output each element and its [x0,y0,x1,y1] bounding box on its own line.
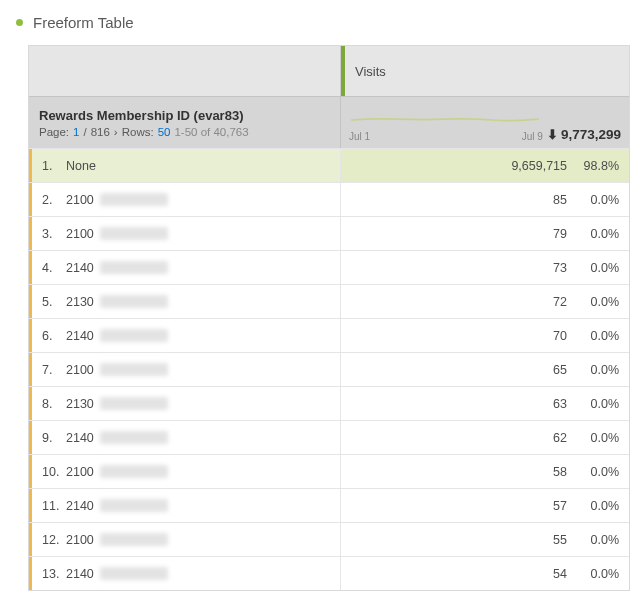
dimension-cell: 7.2100 [29,353,341,386]
metric-cell: 540.0% [341,557,629,590]
dimension-cell: 3.2100 [29,217,341,250]
obfuscated-text [100,295,168,308]
table-row[interactable]: 3.2100790.0% [29,216,629,250]
table-row[interactable]: 8.2130630.0% [29,386,629,420]
page-current[interactable]: 1 [73,126,79,138]
chevron-right-icon[interactable]: › [114,126,118,138]
date-start: Jul 1 [349,131,370,142]
dimension-cell: 4.2140 [29,251,341,284]
data-rows: 1.None9,659,71598.8%2.2100850.0%3.210079… [29,148,629,590]
metric-cell: 550.0% [341,523,629,556]
metric-percent: 0.0% [581,295,619,309]
dimension-value: 2140 [66,567,94,581]
table-row[interactable]: 6.2140700.0% [29,318,629,352]
row-number: 1. [42,159,60,173]
metric-percent: 0.0% [581,227,619,241]
metric-header[interactable]: Visits [341,46,629,96]
metric-cell: 720.0% [341,285,629,318]
metric-total: ⬇ 9,773,299 [547,127,621,142]
obfuscated-text [100,431,168,444]
table-row[interactable]: 4.2140730.0% [29,250,629,284]
metric-cell: 790.0% [341,217,629,250]
table-row[interactable]: 2.2100850.0% [29,182,629,216]
dimension-value: 2140 [66,499,94,513]
obfuscated-text [100,465,168,478]
dimension-cell: 9.2140 [29,421,341,454]
table-row[interactable]: 11.2140570.0% [29,488,629,522]
sparkline [351,111,539,121]
row-number: 8. [42,397,60,411]
metric-cell: 580.0% [341,455,629,488]
row-number: 5. [42,295,60,309]
table-row[interactable]: 13.2140540.0% [29,556,629,590]
row-number: 9. [42,431,60,445]
metric-value: 55 [553,533,567,547]
metric-percent: 0.0% [581,261,619,275]
metric-value: 65 [553,363,567,377]
metric-value: 9,659,715 [511,159,567,173]
dimension-cell: 8.2130 [29,387,341,420]
dimension-title: Rewards Membership ID (evar83) [39,108,330,123]
dimension-value: 2100 [66,227,94,241]
dimension-value: 2140 [66,431,94,445]
metric-value: 70 [553,329,567,343]
dimension-cell: 12.2100 [29,523,341,556]
metric-value: 54 [553,567,567,581]
row-number: 11. [42,499,60,513]
row-number: 6. [42,329,60,343]
dimension-value: None [66,159,96,173]
dimension-cell: 2.2100 [29,183,341,216]
obfuscated-text [100,567,168,580]
metric-percent: 0.0% [581,431,619,445]
row-number: 13. [42,567,60,581]
table-row[interactable]: 10.2100580.0% [29,454,629,488]
obfuscated-text [100,533,168,546]
rows-count[interactable]: 50 [158,126,171,138]
metric-value: 73 [553,261,567,275]
dimension-value: 2100 [66,465,94,479]
dimension-header-empty [29,46,341,96]
metric-cell: 620.0% [341,421,629,454]
table-row[interactable]: 7.2100650.0% [29,352,629,386]
dimension-summary: Rewards Membership ID (evar83) Page: 1 /… [29,97,341,148]
metric-total-value: 9,773,299 [561,127,621,142]
metric-cell: 570.0% [341,489,629,522]
metric-cell: 9,659,71598.8% [341,149,629,182]
table-header-row: Visits [29,46,629,96]
dimension-value: 2130 [66,295,94,309]
obfuscated-text [100,261,168,274]
dimension-cell: 11.2140 [29,489,341,522]
metric-percent: 0.0% [581,329,619,343]
metric-percent: 0.0% [581,397,619,411]
obfuscated-text [100,499,168,512]
table-row[interactable]: 5.2130720.0% [29,284,629,318]
obfuscated-text [100,193,168,206]
arrow-down-icon: ⬇ [547,127,558,142]
page-total: 816 [91,126,110,138]
metric-value: 79 [553,227,567,241]
obfuscated-text [100,397,168,410]
metric-percent: 0.0% [581,363,619,377]
row-number: 12. [42,533,60,547]
metric-value: 57 [553,499,567,513]
panel-title: Freeform Table [33,14,134,31]
obfuscated-text [100,227,168,240]
metric-value: 63 [553,397,567,411]
dimension-cell: 6.2140 [29,319,341,352]
dimension-cell: 10.2100 [29,455,341,488]
table-row[interactable]: 1.None9,659,71598.8% [29,148,629,182]
pagination-info: Page: 1 / 816 › Rows: 50 1-50 of 40,763 [39,126,330,138]
panel-bullet-icon [16,19,23,26]
dimension-value: 2140 [66,329,94,343]
table-row[interactable]: 9.2140620.0% [29,420,629,454]
table-row[interactable]: 12.2100550.0% [29,522,629,556]
metric-value: 72 [553,295,567,309]
table-summary-row: Rewards Membership ID (evar83) Page: 1 /… [29,96,629,148]
metric-cell: 650.0% [341,353,629,386]
dimension-value: 2100 [66,533,94,547]
freeform-table: Visits Rewards Membership ID (evar83) Pa… [28,45,630,591]
metric-value: 85 [553,193,567,207]
metric-cell: 850.0% [341,183,629,216]
obfuscated-text [100,329,168,342]
dimension-value: 2130 [66,397,94,411]
